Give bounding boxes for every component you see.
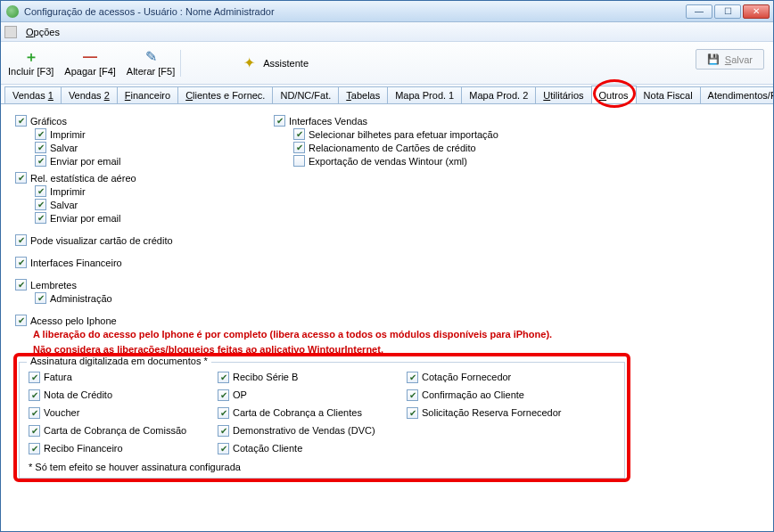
cb-graficos-label: Gráficos bbox=[30, 116, 67, 127]
assistente-button[interactable]: ✦ Assistente bbox=[240, 56, 309, 70]
tab-tabelas[interactable]: Tabelas bbox=[338, 86, 388, 103]
tab-vendas1[interactable]: Vendas 1 bbox=[4, 86, 62, 103]
cb-recibo-fin[interactable]: ✔Recibo Financeiro bbox=[29, 443, 189, 454]
window-title: Configuração de acessos - Usuário : Nome… bbox=[24, 6, 275, 17]
cb-label: Solicitação Reserva Fornecedor bbox=[422, 407, 562, 418]
cb-fatura[interactable]: ✔Fatura bbox=[29, 372, 189, 383]
cb-cot-cliente[interactable]: ✔Cotação Cliente bbox=[218, 443, 378, 454]
cb-label: Fatura bbox=[44, 372, 72, 382]
alterar-button[interactable]: ✎ Alterar [F5] bbox=[127, 50, 175, 77]
cb-label: Cotação Cliente bbox=[233, 443, 302, 454]
cb-rel-imprimir[interactable]: ✔Imprimir bbox=[35, 185, 220, 197]
menu-doc-icon bbox=[4, 26, 17, 38]
cb-voucher[interactable]: ✔Voucher bbox=[29, 407, 189, 419]
apagar-button[interactable]: — Apagar [F4] bbox=[64, 50, 115, 77]
cb-rel-salvar[interactable]: ✔Salvar bbox=[35, 199, 220, 210]
fieldset-assinatura: Assinatura digitalizada em documentos * … bbox=[19, 362, 625, 479]
cb-label: Recibo Financeiro bbox=[44, 443, 123, 454]
cb-label: Imprimir bbox=[50, 186, 86, 197]
toolbar: ＋ Incluir [F3] — Apagar [F4] ✎ Alterar [… bbox=[1, 42, 773, 85]
tab-nd[interactable]: ND/NC/Fat. bbox=[272, 86, 339, 103]
tab-financeiro[interactable]: Financeiro bbox=[117, 86, 178, 103]
cb-sol-reserva[interactable]: ✔Solicitação Reserva Fornecedor bbox=[407, 407, 567, 419]
cb-rel-enviar[interactable]: ✔Enviar por email bbox=[35, 212, 220, 224]
cb-graficos-enviar[interactable]: ✔Enviar por email bbox=[35, 155, 220, 167]
cb-op[interactable]: ✔OP bbox=[218, 389, 378, 401]
cb-label: OP bbox=[233, 389, 247, 400]
cb-int-financeiro[interactable]: ✔Interfaces Financeiro bbox=[15, 257, 761, 268]
cb-label: Recibo Série B bbox=[233, 372, 298, 382]
cb-graficos-imprimir[interactable]: ✔Imprimir bbox=[35, 128, 220, 140]
cb-label: Enviar por email bbox=[50, 213, 120, 224]
cb-graficos-salvar[interactable]: ✔Salvar bbox=[35, 142, 220, 153]
cb-label: Nota de Crédito bbox=[44, 389, 112, 400]
right-column: ✔Interfaces Vendas ✔Selecionar bilhetes … bbox=[274, 113, 498, 168]
tab-notafiscal[interactable]: Nota Fiscal bbox=[636, 86, 701, 103]
salvar-button[interactable]: 💾 Salvar bbox=[696, 49, 764, 70]
cb-label: Exportação de vendas Wintour (xml) bbox=[309, 156, 467, 167]
cb-label: Lembretes bbox=[30, 280, 77, 291]
plus-icon: ＋ bbox=[22, 50, 40, 64]
cb-label: Interfaces Financeiro bbox=[30, 258, 122, 268]
iphone-note-1: A liberação do acesso pelo Iphone é por … bbox=[33, 328, 761, 341]
tab-mapa2[interactable]: Mapa Prod. 2 bbox=[461, 86, 536, 103]
cb-dvc[interactable]: ✔Demonstrativo de Vendas (DVC) bbox=[218, 425, 378, 437]
cb-label: Imprimir bbox=[50, 129, 86, 140]
cb-int-vendas[interactable]: ✔Interfaces Vendas bbox=[274, 115, 498, 127]
cb-label: Enviar por email bbox=[50, 156, 120, 167]
salvar-label: Salvar bbox=[725, 54, 753, 65]
cb-carta-clientes[interactable]: ✔Carta de Cobrança a Clientes bbox=[218, 407, 378, 419]
cb-label: Acesso pelo Iphone bbox=[30, 315, 117, 326]
left-column: ✔Gráficos ✔Imprimir ✔Salvar ✔Enviar por … bbox=[15, 113, 220, 225]
assistente-label: Assistente bbox=[263, 58, 309, 69]
cb-label: Rel. estatística de aéreo bbox=[30, 173, 136, 184]
tab-vendas2[interactable]: Vendas 2 bbox=[61, 86, 118, 103]
menubar: Opções bbox=[1, 22, 773, 42]
cb-admin[interactable]: ✔Administração bbox=[35, 292, 761, 304]
close-button[interactable]: ✕ bbox=[743, 4, 770, 19]
cb-nota-credito[interactable]: ✔Nota de Crédito bbox=[29, 389, 189, 401]
apagar-label: Apagar [F4] bbox=[64, 66, 115, 77]
cb-carta-comissao[interactable]: ✔Carta de Cobrança de Comissão bbox=[29, 425, 189, 437]
minus-icon: — bbox=[81, 50, 99, 64]
cb-label: Selecionar bilhetes para efetuar importa… bbox=[309, 129, 498, 140]
tab-atendimentos[interactable]: Atendimentos/Files bbox=[700, 86, 774, 103]
cb-recibo-b[interactable]: ✔Recibo Série B bbox=[218, 372, 378, 383]
menu-opcoes[interactable]: Opções bbox=[21, 25, 65, 39]
cb-iphone[interactable]: ✔Acesso pelo Iphone bbox=[15, 315, 761, 326]
incluir-button[interactable]: ＋ Incluir [F3] bbox=[8, 50, 54, 77]
tab-utilitarios[interactable]: Utilitários bbox=[535, 86, 591, 103]
incluir-label: Incluir [F3] bbox=[8, 66, 54, 77]
wand-icon: ✦ bbox=[240, 56, 258, 70]
cb-lembretes[interactable]: ✔Lembretes bbox=[15, 279, 761, 291]
cb-label: Pode visualizar cartão de crédito bbox=[30, 235, 173, 246]
cb-graficos[interactable]: ✔Gráficos bbox=[15, 115, 220, 127]
cb-rel-cartoes[interactable]: ✔Relacionamento de Cartões de crédito bbox=[293, 142, 498, 153]
cb-label: Demonstrativo de Vendas (DVC) bbox=[233, 425, 375, 436]
cb-label: Voucher bbox=[44, 407, 79, 418]
fieldset-footnote: * Só tem efeito se houver assinatura con… bbox=[29, 462, 615, 472]
cb-cartao-credito[interactable]: ✔Pode visualizar cartão de crédito bbox=[15, 234, 761, 246]
fieldset-legend: Assinatura digitalizada em documentos * bbox=[27, 356, 211, 366]
cb-sel-bilhetes[interactable]: ✔Selecionar bilhetes para efetuar import… bbox=[293, 128, 498, 140]
cb-label: Administração bbox=[50, 293, 112, 304]
maximize-button[interactable]: ☐ bbox=[714, 4, 741, 19]
cb-label: Interfaces Vendas bbox=[289, 116, 367, 127]
cb-label: Salvar bbox=[50, 143, 78, 153]
cb-rel-aereo[interactable]: ✔Rel. estatística de aéreo bbox=[15, 172, 220, 184]
save-icon: 💾 bbox=[707, 53, 720, 65]
cb-label: Confirmação ao Cliente bbox=[422, 389, 524, 400]
cb-exp-wintour[interactable]: ✔Exportação de vendas Wintour (xml) bbox=[293, 155, 498, 167]
edit-icon: ✎ bbox=[142, 50, 160, 64]
cb-label: Cotação Fornecedor bbox=[422, 372, 511, 382]
tab-outros[interactable]: Outros bbox=[591, 86, 637, 103]
cb-cot-fornec[interactable]: ✔Cotação Fornecedor bbox=[407, 372, 567, 383]
tab-mapa1[interactable]: Mapa Prod. 1 bbox=[387, 86, 462, 103]
cb-label: Relacionamento de Cartões de crédito bbox=[309, 143, 476, 153]
cb-label: Carta de Cobrança a Clientes bbox=[233, 407, 362, 418]
minimize-button[interactable]: — bbox=[686, 4, 712, 19]
alterar-label: Alterar [F5] bbox=[127, 66, 175, 77]
titlebar: Configuração de acessos - Usuário : Nome… bbox=[1, 1, 773, 22]
cb-conf-cliente[interactable]: ✔Confirmação ao Cliente bbox=[407, 389, 567, 401]
tab-clientes[interactable]: Clientes e Fornec. bbox=[177, 86, 273, 103]
